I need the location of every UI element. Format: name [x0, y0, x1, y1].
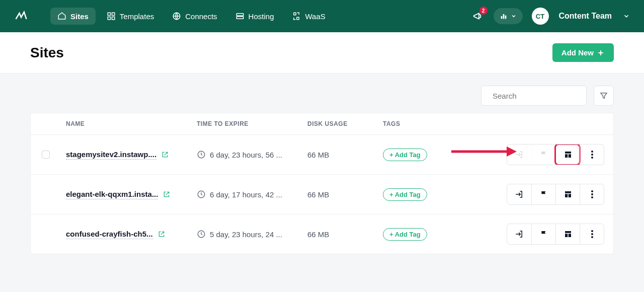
svg-point-19	[591, 157, 593, 159]
svg-rect-3	[112, 17, 114, 20]
row-checkbox[interactable]	[42, 151, 50, 159]
add-new-button[interactable]: Add New	[552, 43, 614, 62]
svg-rect-9	[501, 16, 502, 19]
more-action[interactable]	[580, 224, 604, 244]
site-link[interactable]: elegant-elk-qqxm1.insta...	[66, 190, 197, 199]
site-name-text: confused-crayfish-ch5...	[66, 230, 153, 239]
login-action[interactable]	[507, 224, 531, 244]
time-to-expire: 6 day, 23 hours, 56 ...	[197, 150, 307, 159]
nav-connects-label: Connects	[185, 12, 217, 21]
svg-rect-6	[236, 17, 244, 19]
site-link[interactable]: confused-crayfish-ch5...	[66, 230, 197, 239]
waas-icon	[292, 12, 301, 21]
table-header: NAME TIME TO EXPIRE DISK USAGE TAGS	[31, 113, 613, 134]
brand-logo[interactable]	[14, 9, 28, 23]
template-icon	[564, 150, 573, 159]
disk-usage: 66 MB	[307, 190, 383, 199]
table-row: confused-crayfish-ch5... 5 day, 23 hours…	[31, 214, 613, 254]
svg-rect-16	[568, 154, 571, 158]
flag-action[interactable]	[531, 184, 555, 204]
svg-rect-15	[565, 154, 568, 158]
more-vertical-icon	[591, 151, 593, 159]
row-actions	[494, 184, 608, 205]
more-vertical-icon	[591, 230, 593, 238]
chevron-down-icon	[511, 13, 517, 19]
server-icon	[235, 12, 245, 21]
svg-point-26	[591, 190, 593, 192]
login-action[interactable]	[507, 184, 531, 204]
nav-waas[interactable]: WaaS	[285, 8, 332, 25]
external-link-icon	[158, 231, 165, 238]
svg-rect-11	[505, 16, 506, 19]
chevron-down-icon	[623, 13, 630, 20]
external-link-icon	[162, 151, 169, 158]
external-link-icon	[163, 191, 170, 198]
disk-usage: 66 MB	[307, 230, 383, 239]
templates-icon	[107, 12, 116, 21]
sites-table: NAME TIME TO EXPIRE DISK USAGE TAGS stag…	[30, 113, 614, 254]
site-link[interactable]: stagemysitev2.instawp....	[66, 150, 197, 160]
svg-rect-31	[565, 234, 568, 237]
svg-rect-2	[108, 17, 110, 20]
svg-point-33	[591, 230, 593, 232]
add-tag-button[interactable]: + Add Tag	[383, 228, 427, 241]
svg-rect-1	[112, 13, 114, 15]
filter-icon	[599, 91, 608, 100]
more-vertical-icon	[591, 190, 593, 198]
table-row: stagemysitev2.instawp.... 6 day, 23 hour…	[31, 134, 613, 174]
page-title: Sites	[30, 45, 64, 61]
add-tag-button[interactable]: + Add Tag	[383, 188, 427, 201]
nav-hosting[interactable]: Hosting	[228, 8, 281, 25]
save-template-action[interactable]: Save Template	[555, 144, 580, 165]
time-to-expire: 5 day, 23 hours, 24 ...	[197, 230, 307, 239]
flag-icon	[540, 230, 548, 238]
add-tag-button[interactable]: + Add Tag	[383, 149, 427, 161]
svg-point-17	[591, 151, 593, 153]
more-action[interactable]	[580, 144, 604, 165]
list-toolbar	[0, 74, 644, 113]
svg-point-34	[591, 233, 593, 235]
save-template-action[interactable]	[555, 184, 580, 204]
plus-icon	[597, 49, 605, 57]
save-template-action[interactable]	[555, 224, 580, 244]
time-to-expire: 6 day, 17 hours, 42 ...	[197, 190, 307, 199]
clock-icon	[197, 150, 206, 159]
template-icon	[564, 190, 573, 199]
col-disk: DISK USAGE	[307, 120, 383, 127]
svg-rect-24	[565, 194, 568, 197]
site-name-text: elegant-elk-qqxm1.insta...	[66, 190, 158, 199]
login-action[interactable]	[507, 144, 531, 165]
nav-connects[interactable]: Connects	[165, 8, 224, 25]
flag-icon	[540, 190, 548, 198]
nav-hosting-label: Hosting	[249, 12, 274, 21]
team-menu-caret[interactable]	[623, 13, 630, 20]
row-actions	[494, 224, 608, 245]
nav-sites[interactable]: Sites	[50, 8, 96, 25]
svg-point-18	[591, 154, 593, 156]
svg-rect-14	[565, 152, 571, 154]
more-action[interactable]	[580, 184, 604, 204]
flag-action[interactable]	[531, 224, 555, 244]
team-name[interactable]: Content Team	[559, 12, 612, 21]
bar-chart-icon	[500, 12, 508, 20]
notifications-button[interactable]: 2	[469, 8, 487, 25]
search-box[interactable]	[481, 86, 587, 106]
disk-usage: 66 MB	[307, 151, 383, 159]
svg-point-28	[591, 196, 593, 198]
top-nav: Sites Templates Connects Hosting WaaS 2 …	[0, 0, 644, 32]
svg-rect-10	[503, 14, 504, 19]
svg-point-27	[591, 193, 593, 195]
table-row: elegant-elk-qqxm1.insta... 6 day, 17 hou…	[31, 174, 613, 214]
search-input[interactable]	[493, 92, 588, 100]
stats-button[interactable]	[494, 8, 523, 24]
nav-templates[interactable]: Templates	[100, 8, 161, 25]
template-icon	[564, 230, 573, 239]
col-tags: TAGS	[383, 120, 494, 127]
flag-action[interactable]	[531, 144, 555, 165]
svg-rect-7	[294, 13, 296, 15]
avatar[interactable]: CT	[532, 8, 549, 25]
filter-button[interactable]	[594, 86, 614, 106]
login-icon	[515, 150, 524, 159]
login-icon	[515, 190, 524, 199]
nav-waas-label: WaaS	[305, 12, 325, 21]
